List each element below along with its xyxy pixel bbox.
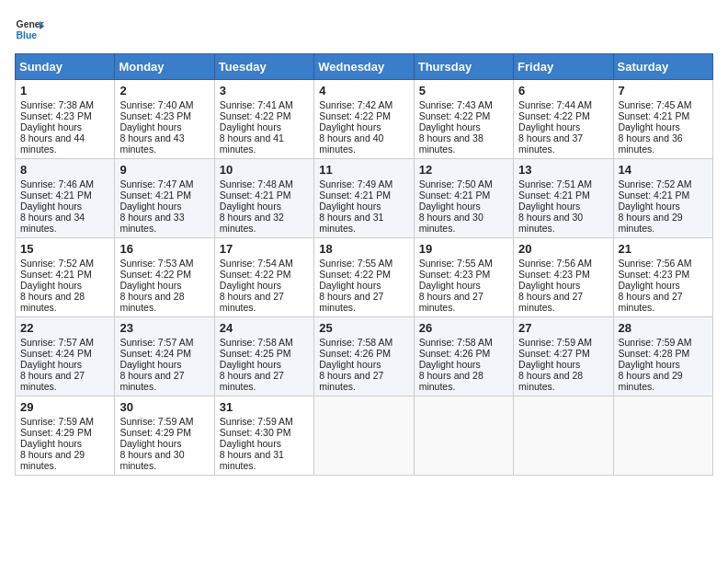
- day-number: 31: [220, 400, 309, 414]
- weekday-header: Sunday: [16, 54, 115, 80]
- day-number: 25: [319, 321, 408, 335]
- sunrise: Sunrise: 7:40 AM: [119, 99, 193, 110]
- daylight-label: Daylight hours: [518, 359, 580, 370]
- sunset: Sunset: 4:26 PM: [419, 348, 491, 359]
- sunset: Sunset: 4:23 PM: [518, 269, 590, 280]
- daylight-value: 8 hours and 32 minutes.: [220, 212, 284, 234]
- sunset: Sunset: 4:21 PM: [319, 190, 391, 201]
- day-number: 27: [518, 321, 608, 335]
- calendar-cell: 20 Sunrise: 7:56 AM Sunset: 4:23 PM Dayl…: [514, 238, 613, 317]
- calendar-cell: 4 Sunrise: 7:42 AM Sunset: 4:22 PM Dayli…: [314, 80, 414, 159]
- daylight-label: Daylight hours: [220, 359, 281, 370]
- sunset: Sunset: 4:25 PM: [220, 348, 291, 359]
- sunrise: Sunrise: 7:59 AM: [518, 337, 592, 348]
- calendar-cell: 31 Sunrise: 7:59 AM Sunset: 4:30 PM Dayl…: [214, 396, 313, 476]
- sunrise: Sunrise: 7:59 AM: [20, 416, 94, 427]
- daylight-label: Daylight hours: [619, 121, 680, 132]
- sunrise: Sunrise: 7:56 AM: [518, 258, 592, 269]
- sunrise: Sunrise: 7:55 AM: [319, 258, 392, 269]
- daylight-label: Daylight hours: [319, 201, 381, 212]
- daylight-label: Daylight hours: [119, 121, 181, 132]
- day-number: 1: [20, 84, 109, 98]
- day-number: 5: [419, 84, 508, 98]
- weekday-header: Monday: [115, 54, 214, 80]
- sunset: Sunset: 4:22 PM: [119, 269, 191, 280]
- day-number: 9: [119, 163, 209, 177]
- daylight-value: 8 hours and 27 minutes.: [119, 370, 184, 392]
- sunset: Sunset: 4:29 PM: [20, 427, 92, 438]
- sunset: Sunset: 4:23 PM: [419, 269, 491, 280]
- sunrise: Sunrise: 7:59 AM: [619, 337, 692, 348]
- calendar-cell: 9 Sunrise: 7:47 AM Sunset: 4:21 PM Dayli…: [115, 159, 214, 238]
- daylight-label: Daylight hours: [220, 121, 281, 132]
- daylight-value: 8 hours and 31 minutes.: [319, 212, 383, 234]
- daylight-value: 8 hours and 27 minutes.: [619, 291, 683, 313]
- day-number: 15: [20, 242, 109, 256]
- calendar-cell: 25 Sunrise: 7:58 AM Sunset: 4:26 PM Dayl…: [314, 317, 414, 396]
- sunset: Sunset: 4:23 PM: [119, 110, 191, 121]
- daylight-label: Daylight hours: [20, 121, 82, 132]
- svg-text:Blue: Blue: [17, 30, 38, 40]
- sunrise: Sunrise: 7:53 AM: [119, 258, 193, 269]
- daylight-value: 8 hours and 28 minutes.: [119, 291, 184, 313]
- day-number: 13: [518, 163, 608, 177]
- daylight-value: 8 hours and 30 minutes.: [119, 449, 184, 471]
- daylight-value: 8 hours and 27 minutes.: [319, 370, 383, 392]
- sunset: Sunset: 4:21 PM: [20, 190, 92, 201]
- daylight-label: Daylight hours: [419, 359, 481, 370]
- calendar-cell: 24 Sunrise: 7:58 AM Sunset: 4:25 PM Dayl…: [214, 317, 313, 396]
- daylight-value: 8 hours and 29 minutes.: [619, 212, 683, 234]
- calendar-cell: 1 Sunrise: 7:38 AM Sunset: 4:23 PM Dayli…: [16, 80, 115, 159]
- calendar-cell: 8 Sunrise: 7:46 AM Sunset: 4:21 PM Dayli…: [16, 159, 115, 238]
- calendar-cell: 14 Sunrise: 7:52 AM Sunset: 4:21 PM Dayl…: [613, 159, 712, 238]
- daylight-value: 8 hours and 31 minutes.: [220, 449, 284, 471]
- sunset: Sunset: 4:26 PM: [319, 348, 391, 359]
- daylight-label: Daylight hours: [119, 359, 181, 370]
- sunset: Sunset: 4:27 PM: [518, 348, 590, 359]
- calendar-cell: 12 Sunrise: 7:50 AM Sunset: 4:21 PM Dayl…: [414, 159, 513, 238]
- sunrise: Sunrise: 7:52 AM: [619, 178, 692, 190]
- sunset: Sunset: 4:22 PM: [220, 269, 291, 280]
- calendar-table: SundayMondayTuesdayWednesdayThursdayFrid…: [15, 53, 713, 476]
- day-number: 19: [419, 242, 508, 256]
- sunset: Sunset: 4:21 PM: [619, 190, 690, 201]
- sunset: Sunset: 4:30 PM: [220, 427, 291, 438]
- daylight-label: Daylight hours: [220, 201, 281, 212]
- daylight-value: 8 hours and 40 minutes.: [319, 132, 383, 155]
- calendar-cell: 10 Sunrise: 7:48 AM Sunset: 4:21 PM Dayl…: [214, 159, 313, 238]
- daylight-value: 8 hours and 29 minutes.: [20, 449, 85, 471]
- day-number: 12: [419, 163, 508, 177]
- daylight-label: Daylight hours: [319, 280, 381, 291]
- daylight-label: Daylight hours: [518, 201, 580, 212]
- sunset: Sunset: 4:23 PM: [619, 269, 690, 280]
- sunrise: Sunrise: 7:58 AM: [319, 337, 392, 348]
- daylight-value: 8 hours and 38 minutes.: [419, 132, 483, 155]
- sunrise: Sunrise: 7:54 AM: [220, 258, 293, 269]
- weekday-header: Wednesday: [314, 54, 414, 80]
- sunset: Sunset: 4:21 PM: [220, 190, 291, 201]
- sunset: Sunset: 4:24 PM: [20, 348, 92, 359]
- sunset: Sunset: 4:22 PM: [419, 110, 491, 121]
- daylight-value: 8 hours and 28 minutes.: [518, 370, 583, 392]
- calendar-cell: 13 Sunrise: 7:51 AM Sunset: 4:21 PM Dayl…: [514, 159, 613, 238]
- calendar-cell: 19 Sunrise: 7:55 AM Sunset: 4:23 PM Dayl…: [414, 238, 513, 317]
- page-header: General Blue: [15, 15, 713, 44]
- calendar-cell: 11 Sunrise: 7:49 AM Sunset: 4:21 PM Dayl…: [314, 159, 414, 238]
- calendar-cell: 22 Sunrise: 7:57 AM Sunset: 4:24 PM Dayl…: [16, 317, 115, 396]
- day-number: 4: [319, 84, 408, 98]
- sunrise: Sunrise: 7:43 AM: [419, 99, 493, 110]
- day-number: 2: [119, 84, 209, 98]
- day-number: 7: [619, 84, 708, 98]
- day-number: 23: [119, 321, 209, 335]
- day-number: 18: [319, 242, 408, 256]
- daylight-value: 8 hours and 27 minutes.: [220, 370, 284, 392]
- day-number: 17: [220, 242, 309, 256]
- sunrise: Sunrise: 7:42 AM: [319, 99, 392, 110]
- sunrise: Sunrise: 7:58 AM: [419, 337, 493, 348]
- day-number: 29: [20, 400, 109, 414]
- daylight-label: Daylight hours: [319, 121, 381, 132]
- sunrise: Sunrise: 7:38 AM: [20, 99, 94, 110]
- sunset: Sunset: 4:21 PM: [20, 269, 92, 280]
- daylight-label: Daylight hours: [119, 438, 181, 449]
- sunrise: Sunrise: 7:58 AM: [220, 337, 293, 348]
